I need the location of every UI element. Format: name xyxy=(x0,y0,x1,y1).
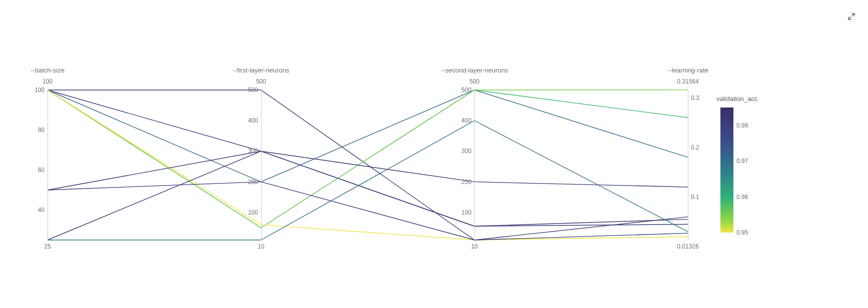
axis-learning_rate[interactable] xyxy=(688,90,688,240)
axis-tick: 100 xyxy=(35,86,48,94)
run-line xyxy=(48,151,688,240)
axis-tick: 0.3 xyxy=(688,94,699,102)
axis-range-bottom-first_layer_neurons: 10 xyxy=(258,243,264,250)
axis-range-bottom-second_layer_neurons: 10 xyxy=(471,243,478,250)
axis-range-top-first_layer_neurons: 500 xyxy=(256,78,266,85)
colorbar-tick: 0.95 xyxy=(736,229,748,236)
parallel-coordinates-plot[interactable]: --batch-size10025100806040--first-layer-… xyxy=(48,90,688,240)
axis-tick: 60 xyxy=(38,166,48,174)
axis-second_layer_neurons[interactable] xyxy=(474,90,475,240)
axis-tick: 40 xyxy=(38,206,48,214)
axis-tick: 100 xyxy=(461,209,474,216)
colorbar-tick: 0.96 xyxy=(736,194,748,200)
axis-first_layer_neurons[interactable] xyxy=(261,90,262,240)
axis-tick: 400 xyxy=(248,117,261,124)
axis-tick: 0.2 xyxy=(688,144,699,151)
colorbar-tick: 0.97 xyxy=(736,158,748,164)
expand-icon[interactable] xyxy=(847,12,855,20)
colorbar-gradient xyxy=(720,108,733,232)
axis-tick: 80 xyxy=(38,126,48,134)
axis-tick: 200 xyxy=(461,178,474,186)
run-line xyxy=(48,90,688,240)
run-line xyxy=(48,151,688,190)
axis-batch_size[interactable] xyxy=(48,90,48,240)
axis-range-bottom-batch_size: 25 xyxy=(44,243,51,250)
axis-title-first_layer_neurons: --first-layer-neurons xyxy=(233,66,289,74)
axis-title-batch_size: --batch-size xyxy=(31,66,65,74)
axis-range-bottom-learning_rate: 0.01326 xyxy=(677,243,698,250)
axis-title-learning_rate: --learning-rate xyxy=(667,66,708,74)
axis-tick: 0.1 xyxy=(688,194,699,200)
axis-range-top-learning_rate: 0.31564 xyxy=(677,78,698,85)
axis-tick: 500 xyxy=(461,86,474,94)
run-line xyxy=(48,90,688,182)
plot-lines xyxy=(48,90,688,240)
axis-range-top-batch_size: 100 xyxy=(43,78,53,85)
run-line xyxy=(48,182,688,240)
colorbar-tick: 0.98 xyxy=(736,122,748,129)
colorbar xyxy=(720,108,733,232)
colorbar-title: validation_acc xyxy=(716,95,757,102)
run-line xyxy=(48,90,688,228)
axis-tick: 300 xyxy=(461,148,474,154)
run-line xyxy=(48,90,688,226)
axis-tick: 300 xyxy=(248,148,261,154)
axis-tick: 500 xyxy=(248,86,261,94)
axis-tick: 200 xyxy=(248,178,261,186)
axis-tick: 400 xyxy=(461,117,474,124)
axis-title-second_layer_neurons: --second-layer-neurons xyxy=(441,66,508,74)
axis-tick: 100 xyxy=(248,209,261,216)
axis-range-top-second_layer_neurons: 500 xyxy=(469,78,479,85)
